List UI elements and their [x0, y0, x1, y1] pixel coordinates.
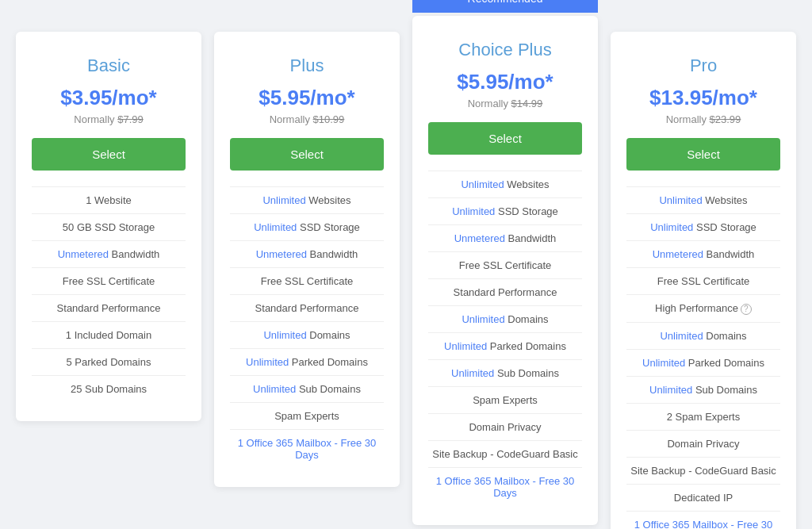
feature-item: Unlimited Parked Domains [230, 348, 384, 375]
info-icon[interactable]: ? [741, 304, 752, 315]
feature-item: 1 Office 365 Mailbox - Free 30 Days [428, 467, 582, 506]
feature-item: Unlimited Domains [626, 322, 780, 349]
feature-highlight: Unlimited [649, 384, 692, 396]
plan-card-plus: Plus$5.95/mo*Normally $10.99SelectUnlimi… [214, 32, 400, 487]
feature-item: Unlimited SSD Storage [230, 213, 384, 240]
recommended-badge: Recommended [412, 0, 598, 13]
feature-item: Standard Performance [230, 294, 384, 321]
feature-item: 2 Spam Experts [626, 403, 780, 430]
feature-item: 1 Office 365 Mailbox - Free 30 Days [626, 511, 780, 529]
feature-highlight: Unlimited [444, 340, 487, 352]
feature-item: 1 Website [32, 186, 186, 213]
feature-item: Unlimited Domains [230, 321, 384, 348]
plan-card-pro: Pro$13.95/mo*Normally $23.99SelectUnlimi… [611, 32, 796, 529]
features-list-pro: Unlimited WebsitesUnlimited SSD StorageU… [626, 186, 780, 529]
feature-item: Unmetered Bandwidth [230, 240, 384, 267]
feature-highlight: Unlimited [451, 367, 494, 379]
feature-link[interactable]: 1 Office 365 Mailbox - Free 30 Days [634, 519, 773, 529]
feature-item: Standard Performance [32, 294, 186, 321]
features-list-basic: 1 Website50 GB SSD StorageUnmetered Band… [32, 186, 186, 402]
select-button-plus[interactable]: Select [230, 138, 384, 171]
feature-item: Unlimited Sub Domains [626, 376, 780, 403]
plan-name-pro: Pro [626, 56, 780, 76]
feature-highlight: Unlimited [660, 330, 703, 342]
feature-item: Free SSL Certificate [230, 267, 384, 294]
feature-highlight: Unmetered [653, 248, 703, 260]
feature-item: Domain Privacy [428, 413, 582, 440]
plan-name-choice-plus: Choice Plus [428, 40, 582, 60]
feature-item: Unlimited Websites [230, 186, 384, 213]
plan-normal-price-pro: Normally $23.99 [626, 113, 780, 125]
feature-item: Unlimited SSD Storage [626, 213, 780, 240]
feature-item: 5 Parked Domains [32, 348, 186, 375]
feature-highlight: Unlimited [642, 357, 685, 369]
feature-highlight: Unmetered [256, 248, 307, 260]
feature-highlight: Unlimited [263, 329, 306, 341]
feature-item: Unlimited Websites [428, 171, 582, 197]
feature-item: Spam Experts [230, 402, 384, 429]
feature-item: Unlimited Sub Domains [230, 375, 384, 402]
feature-item: Site Backup - CodeGuard Basic [626, 457, 780, 484]
feature-item: 50 GB SSD Storage [32, 213, 186, 240]
feature-item: Free SSL Certificate [32, 267, 186, 294]
feature-highlight: Unlimited [246, 356, 289, 368]
feature-highlight: Unlimited [461, 178, 504, 190]
feature-highlight: Unlimited [262, 194, 305, 206]
plan-price-choice-plus: $5.95/mo* [428, 70, 582, 94]
feature-item: High Performance? [626, 294, 780, 322]
feature-item: Spam Experts [428, 386, 582, 413]
select-button-choice-plus[interactable]: Select [428, 122, 582, 155]
feature-highlight: Unlimited [659, 194, 702, 206]
plan-card-basic: Basic$3.95/mo*Normally $7.99Select1 Webs… [16, 32, 201, 421]
feature-item: Dedicated IP [626, 484, 780, 511]
feature-item: Site Backup - CodeGuard Basic [428, 440, 582, 467]
feature-item: Unlimited Parked Domains [626, 349, 780, 376]
plan-normal-price-choice-plus: Normally $14.99 [428, 98, 582, 109]
feature-link[interactable]: 1 Office 365 Mailbox - Free 30 Days [436, 475, 575, 499]
plan-name-basic: Basic [32, 56, 186, 76]
feature-item: Unlimited Domains [428, 305, 582, 332]
feature-link[interactable]: 1 Office 365 Mailbox - Free 30 Days [238, 437, 377, 461]
feature-item: 1 Office 365 Mailbox - Free 30 Days [230, 429, 384, 468]
feature-highlight: Unlimited [254, 221, 297, 233]
features-list-choice-plus: Unlimited WebsitesUnlimited SSD StorageU… [428, 171, 582, 506]
feature-highlight: Unlimited [462, 313, 504, 325]
plan-card-choice-plus: RecommendedChoice Plus$5.95/mo*Normally … [412, 16, 598, 525]
feature-item: Standard Performance [428, 278, 582, 305]
plan-normal-price-basic: Normally $7.99 [32, 113, 186, 125]
feature-item: Free SSL Certificate [428, 251, 582, 278]
feature-item: Unlimited Parked Domains [428, 332, 582, 359]
feature-highlight: Unmetered [58, 248, 109, 260]
plan-price-plus: $5.95/mo* [230, 86, 384, 110]
feature-highlight: Unlimited [650, 221, 693, 233]
features-list-plus: Unlimited WebsitesUnlimited SSD StorageU… [230, 186, 384, 468]
feature-item: Unlimited SSD Storage [428, 197, 582, 224]
select-button-pro[interactable]: Select [626, 138, 780, 171]
feature-item: Domain Privacy [626, 430, 780, 457]
feature-item: 1 Included Domain [32, 321, 186, 348]
feature-highlight: Unlimited [452, 205, 495, 217]
select-button-basic[interactable]: Select [32, 138, 186, 171]
plan-normal-price-plus: Normally $10.99 [230, 113, 384, 125]
feature-highlight: Unlimited [253, 383, 296, 395]
feature-highlight: Unmetered [454, 232, 505, 244]
feature-item: Unlimited Websites [626, 186, 780, 213]
pricing-wrapper: Basic$3.95/mo*Normally $7.99Select1 Webs… [10, 16, 802, 529]
feature-item: 25 Sub Domains [32, 375, 186, 402]
feature-item: Unmetered Bandwidth [32, 240, 186, 267]
feature-item: Free SSL Certificate [626, 267, 780, 294]
plan-name-plus: Plus [230, 56, 384, 76]
feature-item: Unmetered Bandwidth [626, 240, 780, 267]
feature-item: Unlimited Sub Domains [428, 359, 582, 386]
plan-price-pro: $13.95/mo* [626, 86, 780, 110]
plan-price-basic: $3.95/mo* [32, 86, 186, 110]
feature-item: Unmetered Bandwidth [428, 224, 582, 251]
